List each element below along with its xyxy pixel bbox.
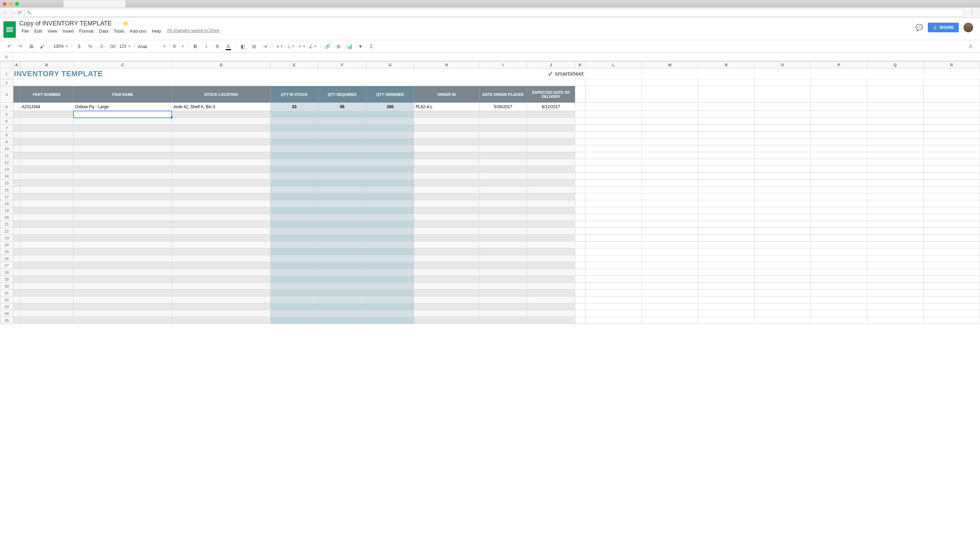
- cell-Q11[interactable]: [867, 152, 923, 159]
- cell-I20[interactable]: [479, 214, 527, 221]
- cell-O33[interactable]: [754, 303, 811, 310]
- cell-P6[interactable]: [811, 118, 867, 125]
- row-header-33[interactable]: 33: [0, 303, 13, 310]
- cell-B27[interactable]: [20, 262, 73, 269]
- cell-F29[interactable]: [318, 276, 366, 283]
- cell-E6[interactable]: [270, 118, 318, 125]
- menu-edit[interactable]: Edit: [32, 28, 44, 34]
- cell-G10[interactable]: [366, 145, 414, 152]
- cell-L35[interactable]: [585, 317, 641, 324]
- cell-D30[interactable]: [172, 283, 270, 290]
- cell-H12[interactable]: [414, 159, 479, 166]
- cell-D25[interactable]: [172, 248, 270, 255]
- cell-N13[interactable]: [698, 166, 754, 173]
- cell-L16[interactable]: [585, 186, 641, 193]
- cell-H15[interactable]: [414, 180, 479, 186]
- cell-O2[interactable]: [754, 80, 811, 86]
- cell-E25[interactable]: [270, 248, 318, 255]
- cell-A28[interactable]: [13, 269, 20, 276]
- cell-P5[interactable]: [811, 111, 867, 118]
- cell-R12[interactable]: [923, 159, 980, 166]
- row-header-3[interactable]: 3: [0, 86, 13, 103]
- cell-R34[interactable]: [923, 310, 980, 317]
- cell-K29[interactable]: [575, 276, 585, 283]
- cell-H27[interactable]: [414, 262, 479, 269]
- cell-E15[interactable]: [270, 180, 318, 186]
- cell-Q16[interactable]: [867, 186, 923, 193]
- cell-F22[interactable]: [318, 228, 366, 235]
- cell-G13[interactable]: [366, 166, 414, 173]
- cell-O5[interactable]: [754, 111, 811, 118]
- cell-K23[interactable]: [575, 235, 585, 242]
- row-header-10[interactable]: 10: [0, 145, 13, 152]
- cell-N31[interactable]: [698, 290, 754, 296]
- cell-A4[interactable]: [13, 103, 20, 111]
- bold-button[interactable]: B: [190, 41, 200, 51]
- cell-P32[interactable]: [811, 296, 867, 303]
- cell-H26[interactable]: [414, 255, 479, 262]
- cell-C15[interactable]: [73, 180, 172, 186]
- cell-R9[interactable]: [923, 139, 980, 145]
- cell-J21[interactable]: [527, 221, 575, 228]
- cell-E16[interactable]: [270, 186, 318, 193]
- cell-R19[interactable]: [923, 207, 980, 214]
- cell-G32[interactable]: [366, 296, 414, 303]
- cell-E12[interactable]: [270, 159, 318, 166]
- cell-N10[interactable]: [698, 145, 754, 152]
- cell-L28[interactable]: [585, 269, 641, 276]
- cell-J4[interactable]: 6/12/2017: [527, 103, 575, 111]
- italic-button[interactable]: I: [201, 41, 212, 51]
- cell-F5[interactable]: [318, 111, 366, 118]
- cell-O9[interactable]: [754, 139, 811, 145]
- cell-C35[interactable]: [73, 317, 172, 324]
- cell-O13[interactable]: [754, 166, 811, 173]
- cell-J24[interactable]: [527, 242, 575, 248]
- cell-M28[interactable]: [641, 269, 698, 276]
- cell-I5[interactable]: [479, 111, 527, 118]
- cell-N4[interactable]: [698, 103, 754, 111]
- cell-A25[interactable]: [13, 248, 20, 255]
- cell-Q2[interactable]: [867, 80, 923, 86]
- cell-G7[interactable]: [366, 125, 414, 132]
- currency-button[interactable]: $: [74, 41, 84, 51]
- cell-D22[interactable]: [172, 228, 270, 235]
- cell-A14[interactable]: [13, 173, 20, 180]
- paint-format-button[interactable]: 🖌: [37, 41, 48, 51]
- cell-P12[interactable]: [811, 159, 867, 166]
- cell-B13[interactable]: [20, 166, 73, 173]
- row-header-32[interactable]: 32: [0, 296, 13, 303]
- row-header-5[interactable]: 5: [0, 111, 13, 118]
- cell-M31[interactable]: [641, 290, 698, 296]
- cell-K10[interactable]: [575, 145, 585, 152]
- cell-R22[interactable]: [923, 228, 980, 235]
- cell-N29[interactable]: [698, 276, 754, 283]
- cell-O20[interactable]: [754, 214, 811, 221]
- cell-R15[interactable]: [923, 180, 980, 186]
- row-header-34[interactable]: 34: [0, 310, 13, 317]
- cell-N20[interactable]: [698, 214, 754, 221]
- cell-F11[interactable]: [318, 152, 366, 159]
- cell-J17[interactable]: [527, 193, 575, 200]
- cell-Q35[interactable]: [867, 317, 923, 324]
- decrease-decimal-button[interactable]: .0: [96, 41, 107, 51]
- cell-M11[interactable]: [641, 152, 698, 159]
- cell-E13[interactable]: [270, 166, 318, 173]
- cell-M1[interactable]: [641, 68, 698, 80]
- cell-D15[interactable]: [172, 180, 270, 186]
- cell-A13[interactable]: [13, 166, 20, 173]
- cell-P16[interactable]: [811, 186, 867, 193]
- cell-Q9[interactable]: [867, 139, 923, 145]
- cell-F33[interactable]: [318, 303, 366, 310]
- row-header-24[interactable]: 24: [0, 242, 13, 248]
- font-size-select[interactable]: 9▼: [172, 44, 186, 49]
- cell-J28[interactable]: [527, 269, 575, 276]
- cell-N25[interactable]: [698, 248, 754, 255]
- cell-P13[interactable]: [811, 166, 867, 173]
- cell-J33[interactable]: [527, 303, 575, 310]
- cell-Q32[interactable]: [867, 296, 923, 303]
- zoom-select[interactable]: 100%▼: [52, 43, 70, 49]
- text-color-button[interactable]: A: [223, 41, 234, 51]
- cell-O7[interactable]: [754, 125, 811, 132]
- cell-H24[interactable]: [414, 242, 479, 248]
- cell-B14[interactable]: [20, 173, 73, 180]
